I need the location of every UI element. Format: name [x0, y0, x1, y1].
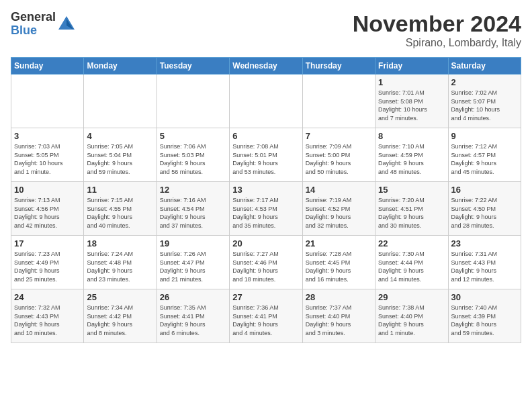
- day-info: Sunrise: 7:40 AM Sunset: 4:39 PM Dayligh…: [451, 304, 518, 337]
- day-number: 7: [306, 131, 372, 141]
- day-info: Sunrise: 7:36 AM Sunset: 4:41 PM Dayligh…: [232, 304, 299, 337]
- month-title: November 2024: [353, 11, 521, 37]
- calendar-cell: [230, 75, 302, 128]
- day-number: 10: [14, 185, 81, 195]
- calendar-cell: 21Sunrise: 7:28 AM Sunset: 4:45 PM Dayli…: [302, 236, 375, 289]
- day-number: 1: [378, 77, 445, 87]
- day-info: Sunrise: 7:16 AM Sunset: 4:54 PM Dayligh…: [160, 196, 226, 230]
- weekday-header-thursday: Thursday: [302, 58, 375, 75]
- calendar-week-1: 1Sunrise: 7:01 AM Sunset: 5:08 PM Daylig…: [11, 75, 521, 128]
- calendar-cell: 6Sunrise: 7:08 AM Sunset: 5:01 PM Daylig…: [230, 128, 302, 182]
- day-number: 9: [451, 131, 518, 141]
- day-number: 28: [306, 292, 372, 302]
- day-info: Sunrise: 7:28 AM Sunset: 4:45 PM Dayligh…: [306, 250, 372, 283]
- day-info: Sunrise: 7:10 AM Sunset: 4:59 PM Dayligh…: [378, 142, 445, 176]
- logo-blue-text: Blue: [11, 24, 56, 38]
- day-number: 14: [306, 185, 372, 195]
- calendar-cell: 11Sunrise: 7:15 AM Sunset: 4:55 PM Dayli…: [84, 182, 157, 236]
- day-info: Sunrise: 7:37 AM Sunset: 4:40 PM Dayligh…: [306, 304, 372, 337]
- day-info: Sunrise: 7:31 AM Sunset: 4:43 PM Dayligh…: [451, 250, 518, 283]
- day-number: 21: [306, 238, 372, 248]
- logo-icon: [57, 15, 76, 34]
- weekday-header-wednesday: Wednesday: [230, 58, 302, 75]
- day-number: 17: [14, 238, 81, 248]
- calendar-cell: 7Sunrise: 7:09 AM Sunset: 5:00 PM Daylig…: [302, 128, 375, 182]
- calendar-cell: 9Sunrise: 7:12 AM Sunset: 4:57 PM Daylig…: [448, 128, 521, 182]
- day-number: 4: [87, 131, 153, 141]
- calendar-cell: 1Sunrise: 7:01 AM Sunset: 5:08 PM Daylig…: [375, 75, 448, 128]
- day-number: 29: [378, 292, 445, 302]
- day-info: Sunrise: 7:05 AM Sunset: 5:04 PM Dayligh…: [87, 142, 153, 176]
- title-block: November 2024 Spirano, Lombardy, Italy: [353, 11, 521, 49]
- day-number: 30: [451, 292, 518, 302]
- calendar-header: SundayMondayTuesdayWednesdayThursdayFrid…: [11, 58, 521, 75]
- day-number: 23: [451, 238, 518, 248]
- day-info: Sunrise: 7:15 AM Sunset: 4:55 PM Dayligh…: [87, 196, 153, 230]
- day-number: 19: [160, 238, 226, 248]
- day-number: 5: [160, 131, 226, 141]
- day-info: Sunrise: 7:35 AM Sunset: 4:41 PM Dayligh…: [160, 304, 226, 337]
- calendar-cell: 19Sunrise: 7:26 AM Sunset: 4:47 PM Dayli…: [157, 236, 229, 289]
- weekday-header-saturday: Saturday: [448, 58, 521, 75]
- calendar-cell: 29Sunrise: 7:38 AM Sunset: 4:40 PM Dayli…: [375, 289, 448, 343]
- logo: General Blue: [11, 11, 76, 38]
- day-number: 11: [87, 185, 153, 195]
- day-info: Sunrise: 7:38 AM Sunset: 4:40 PM Dayligh…: [378, 304, 445, 337]
- calendar-cell: 3Sunrise: 7:03 AM Sunset: 5:05 PM Daylig…: [11, 128, 84, 182]
- calendar-cell: 20Sunrise: 7:27 AM Sunset: 4:46 PM Dayli…: [230, 236, 302, 289]
- calendar-week-3: 10Sunrise: 7:13 AM Sunset: 4:56 PM Dayli…: [11, 182, 521, 236]
- day-info: Sunrise: 7:03 AM Sunset: 5:05 PM Dayligh…: [14, 142, 81, 176]
- day-info: Sunrise: 7:27 AM Sunset: 4:46 PM Dayligh…: [232, 250, 299, 283]
- page-header: General Blue November 2024 Spirano, Lomb…: [11, 11, 521, 49]
- day-info: Sunrise: 7:08 AM Sunset: 5:01 PM Dayligh…: [232, 142, 299, 176]
- day-number: 13: [232, 185, 299, 195]
- calendar-body: 1Sunrise: 7:01 AM Sunset: 5:08 PM Daylig…: [11, 75, 521, 343]
- day-info: Sunrise: 7:22 AM Sunset: 4:50 PM Dayligh…: [451, 196, 518, 230]
- weekday-header-tuesday: Tuesday: [157, 58, 229, 75]
- day-info: Sunrise: 7:13 AM Sunset: 4:56 PM Dayligh…: [14, 196, 81, 230]
- day-info: Sunrise: 7:30 AM Sunset: 4:44 PM Dayligh…: [378, 250, 445, 283]
- calendar-cell: 12Sunrise: 7:16 AM Sunset: 4:54 PM Dayli…: [157, 182, 229, 236]
- day-number: 20: [232, 238, 299, 248]
- calendar-cell: 28Sunrise: 7:37 AM Sunset: 4:40 PM Dayli…: [302, 289, 375, 343]
- day-info: Sunrise: 7:02 AM Sunset: 5:07 PM Dayligh…: [451, 89, 518, 122]
- day-info: Sunrise: 7:32 AM Sunset: 4:43 PM Dayligh…: [14, 304, 81, 337]
- weekday-header-sunday: Sunday: [11, 58, 84, 75]
- location: Spirano, Lombardy, Italy: [353, 37, 521, 49]
- day-info: Sunrise: 7:09 AM Sunset: 5:00 PM Dayligh…: [306, 142, 372, 176]
- calendar-cell: 16Sunrise: 7:22 AM Sunset: 4:50 PM Dayli…: [448, 182, 521, 236]
- calendar-cell: 8Sunrise: 7:10 AM Sunset: 4:59 PM Daylig…: [375, 128, 448, 182]
- calendar-cell: [157, 75, 229, 128]
- day-number: 22: [378, 238, 445, 248]
- day-info: Sunrise: 7:17 AM Sunset: 4:53 PM Dayligh…: [232, 196, 299, 230]
- calendar-cell: [11, 75, 84, 128]
- calendar-cell: 4Sunrise: 7:05 AM Sunset: 5:04 PM Daylig…: [84, 128, 157, 182]
- day-info: Sunrise: 7:26 AM Sunset: 4:47 PM Dayligh…: [160, 250, 226, 283]
- calendar-cell: 17Sunrise: 7:23 AM Sunset: 4:49 PM Dayli…: [11, 236, 84, 289]
- day-number: 15: [378, 185, 445, 195]
- day-number: 6: [232, 131, 299, 141]
- calendar-cell: [302, 75, 375, 128]
- calendar-cell: 15Sunrise: 7:20 AM Sunset: 4:51 PM Dayli…: [375, 182, 448, 236]
- calendar-cell: 30Sunrise: 7:40 AM Sunset: 4:39 PM Dayli…: [448, 289, 521, 343]
- calendar-table: SundayMondayTuesdayWednesdayThursdayFrid…: [11, 57, 521, 343]
- weekday-header-monday: Monday: [84, 58, 157, 75]
- calendar-cell: 23Sunrise: 7:31 AM Sunset: 4:43 PM Dayli…: [448, 236, 521, 289]
- calendar-cell: 13Sunrise: 7:17 AM Sunset: 4:53 PM Dayli…: [230, 182, 302, 236]
- day-info: Sunrise: 7:34 AM Sunset: 4:42 PM Dayligh…: [87, 304, 153, 337]
- calendar-cell: 26Sunrise: 7:35 AM Sunset: 4:41 PM Dayli…: [157, 289, 229, 343]
- day-number: 12: [160, 185, 226, 195]
- calendar-week-4: 17Sunrise: 7:23 AM Sunset: 4:49 PM Dayli…: [11, 236, 521, 289]
- calendar-cell: 2Sunrise: 7:02 AM Sunset: 5:07 PM Daylig…: [448, 75, 521, 128]
- calendar-cell: 27Sunrise: 7:36 AM Sunset: 4:41 PM Dayli…: [230, 289, 302, 343]
- day-number: 25: [87, 292, 153, 302]
- day-info: Sunrise: 7:20 AM Sunset: 4:51 PM Dayligh…: [378, 196, 445, 230]
- calendar-cell: 25Sunrise: 7:34 AM Sunset: 4:42 PM Dayli…: [84, 289, 157, 343]
- day-info: Sunrise: 7:01 AM Sunset: 5:08 PM Dayligh…: [378, 89, 445, 122]
- day-number: 8: [378, 131, 445, 141]
- calendar-cell: 22Sunrise: 7:30 AM Sunset: 4:44 PM Dayli…: [375, 236, 448, 289]
- day-number: 18: [87, 238, 153, 248]
- day-number: 24: [14, 292, 81, 302]
- calendar-cell: 14Sunrise: 7:19 AM Sunset: 4:52 PM Dayli…: [302, 182, 375, 236]
- day-number: 27: [232, 292, 299, 302]
